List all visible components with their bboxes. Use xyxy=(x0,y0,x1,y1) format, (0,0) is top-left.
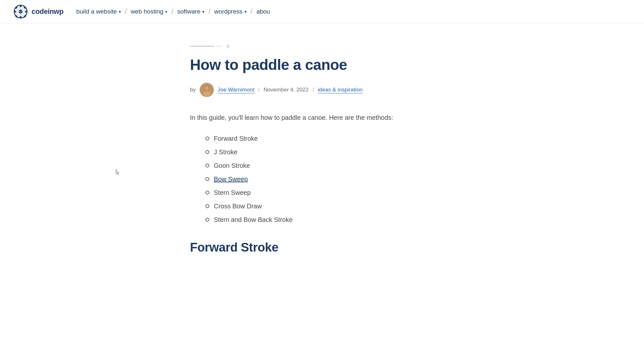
nav-separator-2: / xyxy=(171,7,173,16)
author-name-link[interactable]: Joe Warnimont xyxy=(218,87,254,93)
site-header: </> codeinwp build a website ▾ / web hos… xyxy=(0,0,644,24)
list-bullet-icon xyxy=(205,218,209,222)
intro-paragraph: In this guide, you'll learn how to paddl… xyxy=(190,112,454,123)
list-item-text: Stern and Bow Back Stroke xyxy=(214,214,293,225)
nav-separator-1: / xyxy=(125,7,127,16)
list-item: Stern and Bow Back Stroke xyxy=(205,214,454,225)
author-avatar xyxy=(200,83,214,97)
nav-item-web-hosting[interactable]: web hosting ▾ xyxy=(131,8,167,15)
author-by-label: by xyxy=(190,87,196,93)
forward-stroke-heading: Forward Stroke xyxy=(190,240,454,255)
svg-point-16 xyxy=(203,91,211,97)
svg-text:</>: </> xyxy=(19,10,24,13)
list-item-text: Cross Bow Draw xyxy=(214,201,262,211)
svg-rect-5 xyxy=(14,11,16,13)
nav-item-software[interactable]: software ▾ xyxy=(177,8,204,15)
bow-sweep-link[interactable]: Bow Sweep xyxy=(214,174,248,184)
chevron-down-icon-web-hosting: ▾ xyxy=(165,9,167,14)
article-title: How to paddle a canoe xyxy=(190,56,454,74)
meta-separator-date: / xyxy=(258,87,260,93)
nav-label-software: software xyxy=(177,8,200,15)
nav-label-about: abou xyxy=(256,8,270,15)
list-item: Forward Stroke xyxy=(205,133,454,144)
logo-text: codeinwp xyxy=(32,7,63,16)
nav-separator-4: / xyxy=(251,7,252,16)
nav-label-web-hosting: web hosting xyxy=(131,8,163,15)
main-content: ————— — p How to paddle a canoe by Joe W… xyxy=(177,24,467,281)
breadcrumb: ————— — p xyxy=(190,43,454,48)
list-item: J Stroke xyxy=(205,147,454,157)
author-meta: by Joe Warnimont / November 4, 2022 / id… xyxy=(190,83,454,97)
nav-item-about[interactable]: abou xyxy=(256,8,270,15)
breadcrumb-home[interactable]: ————— xyxy=(190,43,214,48)
list-bullet-icon xyxy=(205,150,209,154)
nav-label-build-website: build a website xyxy=(76,8,117,15)
list-item-text: Goon Stroke xyxy=(214,160,250,171)
svg-point-15 xyxy=(204,86,209,90)
mouse-cursor xyxy=(116,169,121,174)
post-date: November 4, 2022 xyxy=(263,87,308,93)
list-bullet-icon xyxy=(205,191,209,195)
post-category-link[interactable]: ideas & inspiration xyxy=(318,87,363,93)
svg-rect-6 xyxy=(25,11,27,13)
chevron-down-icon-build-website: ▾ xyxy=(119,9,121,14)
site-logo[interactable]: </> codeinwp xyxy=(13,4,63,19)
chevron-down-icon-software: ▾ xyxy=(202,9,204,14)
site-nav: build a website ▾ / web hosting ▾ / soft… xyxy=(76,7,631,16)
list-item-text: Stern Sweep xyxy=(214,187,251,198)
chevron-down-icon-wordpress: ▾ xyxy=(244,9,247,14)
nav-item-wordpress[interactable]: wordpress ▾ xyxy=(214,8,247,15)
list-bullet-icon xyxy=(205,137,209,140)
meta-separator-category: / xyxy=(312,87,314,93)
list-item: Cross Bow Draw xyxy=(205,201,454,211)
methods-list: Forward Stroke J Stroke Goon Stroke Bow … xyxy=(205,133,454,225)
list-bullet-icon xyxy=(205,177,209,181)
nav-separator-3: / xyxy=(208,7,210,16)
list-item: Goon Stroke xyxy=(205,160,454,171)
svg-rect-4 xyxy=(20,16,22,18)
list-bullet-icon xyxy=(205,204,209,208)
nav-item-build-website[interactable]: build a website ▾ xyxy=(76,8,121,15)
logo-icon: </> xyxy=(13,4,28,19)
nav-label-wordpress: wordpress xyxy=(214,8,242,15)
author-avatar-image xyxy=(200,83,214,97)
list-item-text: Forward Stroke xyxy=(214,133,258,144)
list-item: Stern Sweep xyxy=(205,187,454,198)
list-item: Bow Sweep xyxy=(205,174,454,184)
svg-rect-3 xyxy=(20,5,22,7)
list-bullet-icon xyxy=(205,164,209,167)
list-item-text: J Stroke xyxy=(214,147,237,157)
